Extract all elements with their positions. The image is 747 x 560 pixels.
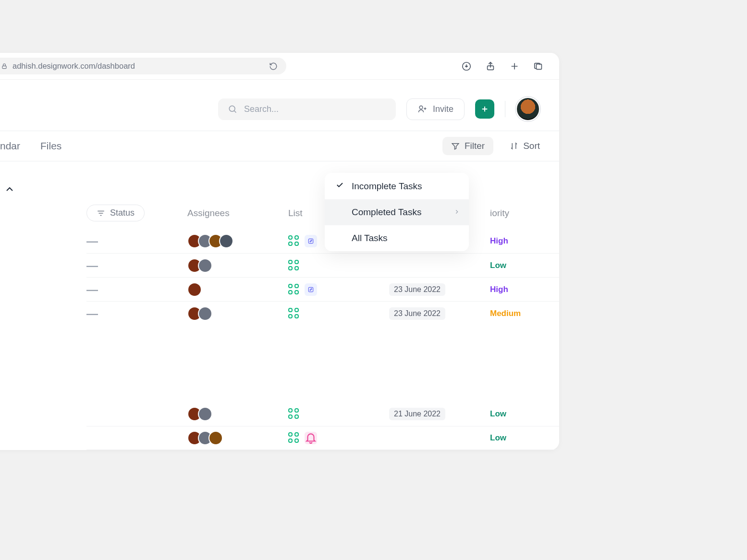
assignees-cell[interactable] xyxy=(187,234,288,248)
priority-cell: Low xyxy=(490,409,596,419)
filter-button[interactable]: Filter xyxy=(442,137,493,155)
filter-lines-icon xyxy=(97,209,105,218)
invite-label: Invite xyxy=(433,104,453,114)
chevron-up-icon[interactable] xyxy=(4,183,15,195)
filter-option-label: Incomplete Tasks xyxy=(352,181,422,192)
date-cell: 23 June 2022 xyxy=(389,307,490,320)
search-icon xyxy=(228,104,237,114)
grid-icon[interactable] xyxy=(288,260,300,271)
status-cell: — xyxy=(86,307,187,320)
assignees-column[interactable]: Assignees xyxy=(187,208,288,219)
status-cell: — xyxy=(86,234,187,248)
status-label: Status xyxy=(110,208,135,218)
priority-cell: Low xyxy=(490,261,596,270)
new-tab-icon[interactable] xyxy=(509,61,520,72)
table-row[interactable]: tment — 21 June 2022 High xyxy=(86,229,559,253)
grid-icon[interactable] xyxy=(288,235,300,247)
browser-actions xyxy=(461,61,544,72)
user-avatar[interactable] xyxy=(516,97,540,121)
assignees-cell[interactable] xyxy=(187,258,288,273)
table-row[interactable]: — 23 June 2022 Medium xyxy=(86,301,559,325)
filter-option-completed[interactable]: Completed Tasks xyxy=(325,199,469,225)
date-cell: 23 June 2022 xyxy=(389,283,490,296)
status-cell: — xyxy=(86,283,187,296)
search-placeholder: Search... xyxy=(244,104,279,114)
avatar-icon xyxy=(198,407,212,421)
tabs-icon[interactable] xyxy=(533,61,544,72)
invite-button[interactable]: Invite xyxy=(406,98,465,120)
assignees-cell[interactable] xyxy=(187,306,288,321)
download-icon[interactable] xyxy=(461,61,472,72)
user-plus-icon xyxy=(417,104,427,114)
filter-option-label: All Tasks xyxy=(352,233,388,243)
assignees-cell[interactable] xyxy=(187,282,288,297)
avatar-icon xyxy=(208,431,223,445)
tab-calendar[interactable]: ndar xyxy=(0,140,20,152)
address-bar[interactable]: adhish.designwork.com/dashboard xyxy=(0,58,286,74)
status-column-button[interactable]: Status xyxy=(86,205,145,221)
url-text: adhish.designwork.com/dashboard xyxy=(12,61,264,71)
url-bar: adhish.designwork.com/dashboard xyxy=(0,53,559,80)
divider xyxy=(505,101,505,117)
columns-header: Status Assignees List iority xyxy=(86,205,559,229)
table-row[interactable]: — Low xyxy=(86,253,559,277)
table-row[interactable]: 21 June 2022 Low xyxy=(86,402,559,426)
task-rows-group-2: 21 June 2022 Low Low xyxy=(0,402,559,450)
grid-icon[interactable] xyxy=(288,308,300,319)
date-cell: 21 June 2022 xyxy=(389,408,490,420)
share-icon[interactable] xyxy=(485,61,496,72)
lock-icon xyxy=(1,63,8,70)
filter-option-incomplete[interactable]: Incomplete Tasks xyxy=(325,173,469,199)
task-rows-group-1: tment — 21 June 2022 High — xyxy=(0,229,559,325)
assignees-cell[interactable] xyxy=(187,407,288,421)
avatar-icon xyxy=(219,234,233,248)
svg-point-5 xyxy=(419,106,423,109)
app-header: Search... Invite xyxy=(0,80,559,131)
avatar-icon xyxy=(198,258,212,273)
edit-icon[interactable] xyxy=(305,283,317,296)
check-icon xyxy=(335,181,344,192)
search-input[interactable]: Search... xyxy=(218,98,396,120)
priority-column[interactable]: iority xyxy=(490,208,596,219)
table-row[interactable]: — 23 June 2022 High xyxy=(86,277,559,301)
section-gap xyxy=(0,325,559,402)
filter-dropdown: Incomplete Tasks Completed Tasks All Tas… xyxy=(325,173,469,251)
list-cell xyxy=(288,308,389,319)
status-cell: — xyxy=(86,259,187,272)
add-button[interactable] xyxy=(475,99,494,119)
avatar-icon xyxy=(187,282,202,297)
bell-icon[interactable] xyxy=(305,432,317,444)
table-row[interactable]: Low xyxy=(86,426,559,450)
plus-icon xyxy=(480,105,489,113)
svg-rect-3 xyxy=(536,64,541,69)
grid-icon[interactable] xyxy=(288,284,300,295)
edit-icon[interactable] xyxy=(305,235,317,247)
avatar-icon xyxy=(198,306,212,321)
list-cell xyxy=(288,283,389,296)
priority-cell: Medium xyxy=(490,309,596,318)
section-header xyxy=(0,161,559,205)
priority-cell: Low xyxy=(490,433,596,443)
filter-icon xyxy=(451,142,460,150)
filter-option-label: Completed Tasks xyxy=(352,207,421,218)
browser-window: adhish.designwork.com/dashboard Search..… xyxy=(0,53,559,450)
assignees-cell[interactable] xyxy=(187,431,288,445)
priority-cell: High xyxy=(490,236,596,246)
list-cell xyxy=(288,408,389,420)
sort-button[interactable]: Sort xyxy=(510,141,540,151)
chevron-right-icon xyxy=(453,207,460,218)
filter-label: Filter xyxy=(465,141,485,151)
filter-option-all[interactable]: All Tasks xyxy=(325,225,469,251)
priority-cell: High xyxy=(490,285,596,294)
reload-icon[interactable] xyxy=(269,62,278,71)
tabs: ndar Files xyxy=(0,140,61,152)
list-cell xyxy=(288,432,389,444)
tabs-row: ndar Files Filter Sort xyxy=(0,131,559,161)
grid-icon[interactable] xyxy=(288,408,300,420)
svg-rect-6 xyxy=(308,239,313,243)
grid-icon[interactable] xyxy=(288,432,300,444)
svg-rect-7 xyxy=(308,287,313,292)
tab-files[interactable]: Files xyxy=(40,140,61,152)
sort-label: Sort xyxy=(523,141,540,151)
list-cell xyxy=(288,260,389,271)
